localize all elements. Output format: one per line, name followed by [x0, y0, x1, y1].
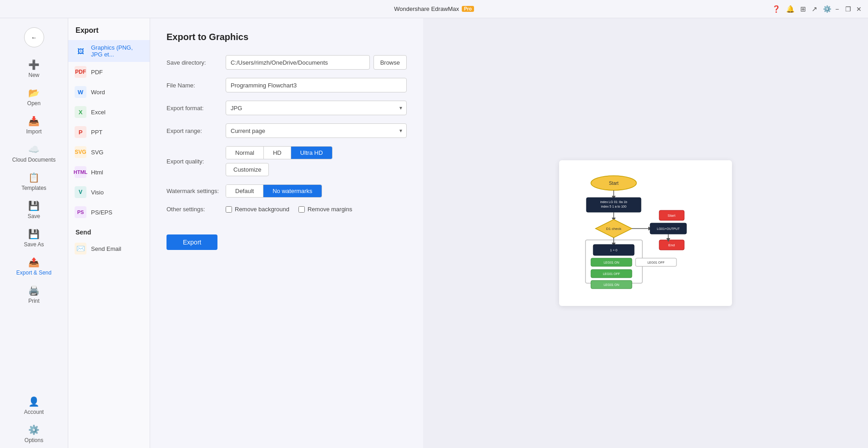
- svg-text:index 5 1 a to 100: index 5 1 a to 100: [601, 205, 626, 208]
- svg-icon: SVG: [75, 146, 86, 158]
- export-range-label: Export range:: [167, 127, 226, 134]
- remove-background-checkbox[interactable]: [226, 206, 232, 213]
- sidebar: ← ➕ New 📂 Open 📥 Import ☁️ Cloud Documen…: [0, 18, 68, 448]
- export-quality-row: Export quality: Normal HD Ultra HD Custo…: [167, 146, 407, 176]
- quality-hd-button[interactable]: HD: [264, 147, 291, 159]
- export-range-row: Export range: Current page All pages Sel…: [167, 123, 407, 138]
- word-icon: W: [75, 86, 86, 98]
- quality-normal-button[interactable]: Normal: [226, 147, 264, 159]
- svg-text:LEG01 ON: LEG01 ON: [604, 283, 619, 286]
- export-submenu: Export 🖼 Graphics (PNG, JPG et... PDF PD…: [68, 18, 150, 448]
- back-button[interactable]: ←: [24, 27, 44, 47]
- submenu-item-excel[interactable]: X Excel: [68, 102, 150, 122]
- minimize-button[interactable]: −: [833, 5, 841, 13]
- close-button[interactable]: ✕: [855, 5, 863, 13]
- svg-text:LG01+OUTPUT: LG01+OUTPUT: [657, 227, 680, 230]
- sidebar-item-account[interactable]: 👤 Account: [0, 392, 68, 420]
- sidebar-label-cloud: Cloud Documents: [12, 157, 56, 163]
- sidebar-item-options[interactable]: ⚙️ Options: [0, 420, 68, 448]
- notification-icon[interactable]: 🔔: [786, 5, 795, 13]
- file-name-input[interactable]: [226, 78, 407, 92]
- export-button[interactable]: Export: [167, 234, 217, 250]
- svg-text:LEG01 OFF: LEG01 OFF: [603, 272, 620, 275]
- customize-button[interactable]: Customize: [226, 163, 269, 176]
- svg-text:Start: Start: [668, 214, 676, 218]
- sidebar-item-open[interactable]: 📂 Open: [0, 83, 68, 111]
- send-section-title: Send: [68, 222, 150, 239]
- sidebar-item-save-as[interactable]: 💾 Save As: [0, 224, 68, 252]
- svg-text:End: End: [668, 243, 675, 247]
- html-icon: HTML: [75, 166, 86, 178]
- sidebar-label-save: Save: [28, 213, 40, 219]
- sidebar-label-new: New: [28, 72, 39, 78]
- share-icon[interactable]: ↗: [812, 5, 818, 13]
- sidebar-item-save[interactable]: 💾 Save: [0, 196, 68, 224]
- import-icon: 📥: [28, 116, 40, 127]
- svg-text:LEG01 ON: LEG01 ON: [604, 261, 619, 264]
- submenu-item-svg[interactable]: SVG SVG: [68, 142, 150, 162]
- sidebar-item-print[interactable]: 🖨️ Print: [0, 280, 68, 309]
- export-range-select[interactable]: Current page All pages Selected objects: [226, 123, 407, 138]
- svg-text:index LG 01: 8a 1b: index LG 01: 8a 1b: [600, 200, 627, 204]
- quality-buttons: Normal HD Ultra HD: [226, 146, 333, 159]
- file-name-label: File Name:: [167, 82, 226, 89]
- ppt-label: PPT: [91, 129, 102, 136]
- sidebar-label-options: Options: [25, 437, 43, 443]
- svg-label: SVG: [91, 149, 103, 156]
- apps-icon[interactable]: ⊞: [800, 5, 806, 13]
- sidebar-label-export-send: Export & Send: [16, 270, 51, 276]
- pdf-label: PDF: [91, 69, 103, 76]
- sidebar-label-account: Account: [24, 409, 44, 415]
- submenu-item-graphics[interactable]: 🖼 Graphics (PNG, JPG et...: [68, 40, 150, 62]
- watermark-none-button[interactable]: No watermarks: [263, 185, 321, 197]
- sidebar-label-print: Print: [28, 298, 40, 304]
- settings-icon[interactable]: ⚙️: [823, 5, 832, 13]
- export-format-select[interactable]: JPG PNG BMP SVG TIFF: [226, 101, 407, 115]
- sidebar-label-templates: Templates: [21, 185, 46, 191]
- quality-ultra-hd-button[interactable]: Ultra HD: [291, 147, 332, 159]
- watermark-label: Watermark settings:: [167, 188, 226, 194]
- app-title: Wondershare EdrawMax Pro: [394, 5, 474, 12]
- submenu-item-word[interactable]: W Word: [68, 82, 150, 102]
- submenu-item-pseps[interactable]: PS PS/EPS: [68, 202, 150, 222]
- save-as-icon: 💾: [28, 229, 40, 239]
- export-panel-title: Export to Graphics: [167, 32, 407, 42]
- save-directory-label: Save directory:: [167, 59, 226, 66]
- help-icon[interactable]: ❓: [772, 5, 781, 13]
- sidebar-item-import[interactable]: 📥 Import: [0, 111, 68, 139]
- graphics-icon: 🖼: [75, 45, 86, 57]
- restore-button[interactable]: ❐: [844, 5, 852, 13]
- browse-button[interactable]: Browse: [373, 55, 407, 70]
- watermark-row: Watermark settings: Default No watermark…: [167, 184, 407, 198]
- templates-icon: 📋: [28, 172, 40, 183]
- send-email-icon: ✉️: [75, 243, 86, 255]
- submenu-item-html[interactable]: HTML Html: [68, 162, 150, 182]
- submenu-item-visio[interactable]: V Visio: [68, 182, 150, 202]
- titlebar: Wondershare EdrawMax Pro ❓ 🔔 ⊞ ↗ ⚙️ − ❐ …: [0, 0, 868, 18]
- export-quality-label: Export quality:: [167, 158, 226, 165]
- account-icon: 👤: [28, 396, 40, 407]
- remove-margins-checkbox[interactable]: [298, 206, 305, 213]
- remove-background-label[interactable]: Remove background: [226, 206, 289, 213]
- sidebar-item-export-send[interactable]: 📤 Export & Send: [0, 252, 68, 280]
- watermark-default-button[interactable]: Default: [226, 185, 263, 197]
- open-icon: 📂: [28, 87, 40, 98]
- sidebar-item-cloud[interactable]: ☁️ Cloud Documents: [0, 139, 68, 168]
- save-directory-input[interactable]: [226, 55, 370, 70]
- other-settings-label: Other settings:: [167, 206, 226, 213]
- sidebar-label-save-as: Save As: [24, 241, 44, 248]
- sidebar-label-open: Open: [27, 100, 40, 107]
- submenu-item-ppt[interactable]: P PPT: [68, 122, 150, 142]
- submenu-item-pdf[interactable]: PDF PDF: [68, 62, 150, 82]
- submenu-item-send-email[interactable]: ✉️ Send Email: [68, 239, 150, 259]
- export-panel: Export to Graphics Save directory: Brows…: [150, 18, 423, 448]
- sidebar-item-new[interactable]: ➕ New: [0, 55, 68, 83]
- word-label: Word: [91, 89, 105, 96]
- svg-text:Start: Start: [609, 181, 618, 186]
- sidebar-item-templates[interactable]: 📋 Templates: [0, 168, 68, 196]
- remove-margins-label[interactable]: Remove margins: [298, 206, 352, 213]
- send-email-label: Send Email: [91, 245, 121, 252]
- preview-card: Start index LG 01: 8a 1b index 5 1 a to …: [559, 160, 732, 306]
- visio-icon: V: [75, 186, 86, 198]
- cloud-icon: ☁️: [28, 144, 40, 155]
